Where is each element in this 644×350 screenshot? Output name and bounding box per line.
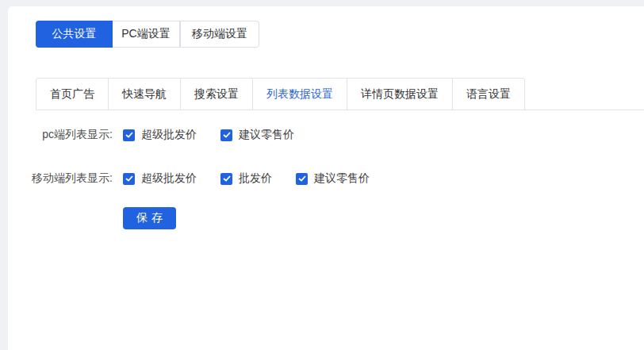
tab-quick-nav[interactable]: 快速导航 bbox=[108, 79, 180, 110]
form-row-mobile-list-display: 移动端列表显示: 超级批发价 批发价 bbox=[8, 171, 393, 187]
checkbox-item-wholesale-price[interactable]: 批发价 bbox=[220, 171, 272, 186]
checkbox-label: 建议零售价 bbox=[314, 171, 370, 186]
scope-button-pc-settings[interactable]: PC端设置 bbox=[113, 21, 180, 48]
checkbox-checked[interactable] bbox=[123, 173, 135, 185]
tab-search-settings[interactable]: 搜索设置 bbox=[180, 79, 252, 110]
settings-panel: 公共设置 PC端设置 移动端设置 首页广告 快速导航 搜索设置 列表数据设置 详… bbox=[8, 6, 644, 350]
checkmark-icon bbox=[125, 175, 133, 182]
save-button[interactable]: 保存 bbox=[123, 207, 176, 229]
checkmark-icon bbox=[223, 132, 231, 138]
checkbox-label: 超级批发价 bbox=[141, 171, 197, 186]
checkmark-icon bbox=[298, 175, 306, 182]
pc-list-options: 超级批发价 建议零售价 bbox=[123, 128, 318, 142]
tab-language-settings[interactable]: 语言设置 bbox=[452, 79, 524, 110]
mobile-list-display-label: 移动端列表显示: bbox=[8, 171, 113, 186]
tab-detail-data-settings[interactable]: 详情页数据设置 bbox=[347, 79, 452, 110]
checkbox-checked[interactable] bbox=[123, 129, 135, 141]
settings-tab-bar: 首页广告 快速导航 搜索设置 列表数据设置 详情页数据设置 语言设置 bbox=[36, 78, 644, 110]
checkbox-label: 建议零售价 bbox=[239, 128, 294, 142]
settings-tab-nav: 首页广告 快速导航 搜索设置 列表数据设置 详情页数据设置 语言设置 bbox=[36, 78, 525, 110]
checkbox-checked[interactable] bbox=[220, 173, 232, 185]
checkbox-label: 批发价 bbox=[239, 171, 272, 186]
scope-button-mobile-settings[interactable]: 移动端设置 bbox=[180, 21, 259, 48]
pc-list-display-label: pc端列表显示: bbox=[8, 128, 113, 142]
checkmark-icon bbox=[125, 132, 133, 138]
mobile-list-options: 超级批发价 批发价 建议零售价 bbox=[123, 171, 393, 186]
checkbox-item-suggested-retail-price[interactable]: 建议零售价 bbox=[220, 128, 294, 142]
form-row-pc-list-display: pc端列表显示: 超级批发价 建议零售价 bbox=[8, 127, 318, 143]
tab-home-ads[interactable]: 首页广告 bbox=[36, 79, 108, 110]
checkbox-item-super-wholesale-price[interactable]: 超级批发价 bbox=[123, 128, 197, 142]
checkbox-label: 超级批发价 bbox=[141, 128, 197, 142]
scope-button-public-settings[interactable]: 公共设置 bbox=[36, 21, 113, 48]
checkmark-icon bbox=[223, 175, 231, 182]
settings-scope-button-group: 公共设置 PC端设置 移动端设置 bbox=[36, 21, 259, 48]
checkbox-checked[interactable] bbox=[296, 173, 308, 185]
checkbox-item-suggested-retail-price[interactable]: 建议零售价 bbox=[296, 171, 370, 186]
checkbox-checked[interactable] bbox=[220, 129, 232, 141]
tab-list-data-settings[interactable]: 列表数据设置 bbox=[252, 79, 347, 110]
checkbox-item-super-wholesale-price[interactable]: 超级批发价 bbox=[123, 171, 197, 186]
